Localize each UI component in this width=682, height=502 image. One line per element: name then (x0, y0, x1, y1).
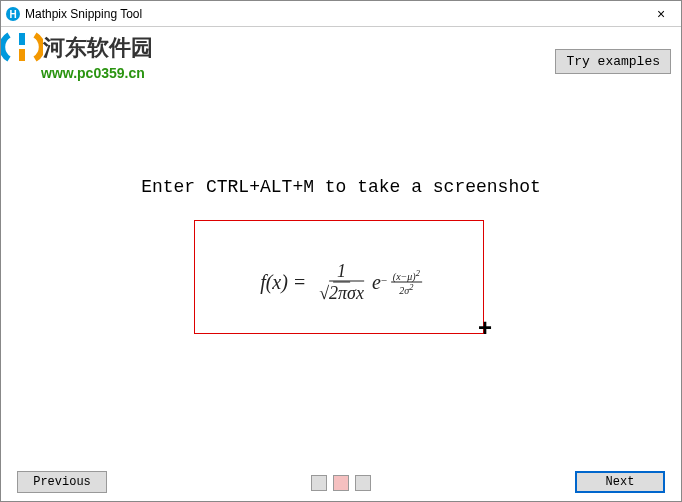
svg-rect-2 (19, 33, 25, 45)
exp-num: (x−μ)2 (391, 268, 422, 282)
sqrt-symbol: √ (319, 283, 329, 303)
page-dot-3[interactable] (355, 475, 371, 491)
math-formula: f(x) = 1 √2πσx e − (x−μ)2 2σ2 (260, 261, 422, 304)
formula-equals: = (294, 271, 305, 294)
formula-preview: f(x) = 1 √2πσx e − (x−μ)2 2σ2 + (186, 212, 496, 352)
svg-rect-3 (19, 49, 25, 61)
app-icon: H (5, 6, 21, 22)
previous-button[interactable]: Previous (17, 471, 107, 493)
page-dot-2[interactable] (333, 475, 349, 491)
formula-lhs: f(x) (260, 271, 288, 294)
titlebar: H Mathpix Snipping Tool × (1, 1, 681, 27)
watermark-site-name: 河东软件园 (43, 33, 153, 63)
watermark: 河东软件园 www.pc0359.cn (1, 29, 153, 81)
watermark-url: www.pc0359.cn (41, 65, 153, 81)
svg-text:H: H (9, 9, 16, 20)
window-title: Mathpix Snipping Tool (25, 7, 142, 21)
pagination-dots (311, 475, 371, 491)
page-dot-1[interactable] (311, 475, 327, 491)
bottom-bar: Previous Next (1, 463, 681, 493)
formula-fraction: 1 √2πσx (315, 261, 368, 304)
instruction-text: Enter CTRL+ALT+M to take a screenshot (1, 177, 681, 197)
formula-exponent: − (x−μ)2 2σ2 (381, 268, 422, 296)
try-examples-button[interactable]: Try examples (555, 49, 671, 74)
sqrt-content: 2πσx (329, 281, 364, 303)
exp-den: 2σ2 (397, 283, 415, 296)
exp-minus: − (381, 274, 387, 286)
watermark-logo-icon (1, 29, 43, 67)
next-button[interactable]: Next (575, 471, 665, 493)
watermark-logo: 河东软件园 (1, 29, 153, 67)
frac-denominator: √2πσx (315, 283, 368, 304)
exp-fraction: (x−μ)2 2σ2 (391, 268, 422, 296)
crosshair-cursor-icon: + (478, 314, 492, 342)
content-area: 河东软件园 www.pc0359.cn Try examples Enter C… (1, 27, 681, 502)
close-button[interactable]: × (641, 1, 681, 27)
frac-numerator: 1 (333, 261, 350, 283)
close-icon: × (657, 6, 665, 22)
formula-e: e (372, 271, 381, 294)
